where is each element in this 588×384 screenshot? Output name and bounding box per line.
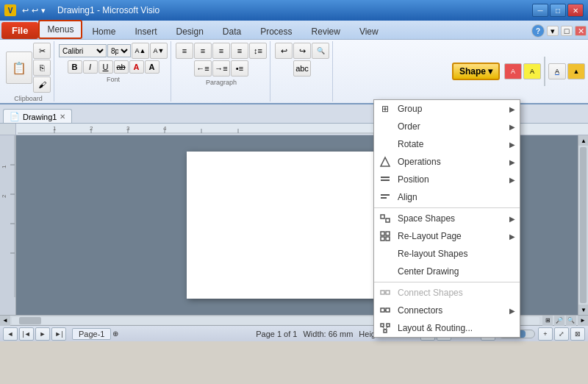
shape-menu-button[interactable]: Shape ▾ [452, 63, 500, 80]
title-bar-extra[interactable]: ▾ [41, 6, 46, 15]
copy-button[interactable]: ⎘ [33, 60, 51, 76]
prev-page-button[interactable]: ◄ [3, 327, 18, 341]
svg-text:1: 1 [53, 125, 57, 132]
italic-button[interactable]: I [83, 60, 98, 74]
font-color-button[interactable]: A [129, 60, 144, 74]
scroll-up-button[interactable]: ▲ [578, 135, 588, 146]
new-page-icon[interactable]: ⊕ [112, 330, 118, 338]
ribbon-close-icon[interactable]: ✕ [575, 26, 587, 36]
menu-item-position[interactable]: Position ▶ [374, 171, 520, 188]
bold-button[interactable]: B [68, 60, 82, 74]
tools-group: ↩ ↪ 🔍 abc [272, 41, 333, 102]
menu-item-space-shapes[interactable]: Space Shapes ▶ [374, 210, 520, 227]
increase-indent-button[interactable]: →≡ [212, 60, 230, 77]
zoom-fit-button[interactable]: ⤢ [554, 327, 569, 341]
menu-item-relayout-shapes[interactable]: Re-layout Shapes [374, 245, 520, 263]
next-page-button[interactable]: ► [35, 327, 50, 341]
title-bar-quick-save[interactable]: ↩ [22, 6, 29, 15]
line-color-button[interactable]: A [548, 63, 566, 79]
relayout-page-label: Re-Layout Page [398, 231, 462, 241]
rotate-label: Rotate [398, 139, 423, 149]
decrease-font-button[interactable]: A▼ [150, 43, 168, 59]
highlight-button[interactable]: A [145, 60, 159, 74]
scroll-icon1[interactable]: ⊞ [542, 316, 553, 326]
menu-item-connectors[interactable]: Connectors ▶ [374, 302, 520, 319]
align-left-button[interactable]: ≡ [176, 43, 193, 59]
help-icon[interactable]: ? [531, 24, 545, 38]
tab-home[interactable]: Home [82, 23, 125, 39]
fill-button[interactable]: ▲ [567, 63, 585, 79]
undo-button[interactable]: ↩ [275, 43, 293, 59]
ribbon-restore-icon[interactable]: □ [561, 26, 573, 36]
menu-item-rotate[interactable]: Rotate ▶ [374, 135, 520, 153]
shape-area: Shape ▾ [452, 41, 500, 102]
scroll-thumb[interactable] [580, 147, 587, 303]
justify-button[interactable]: ≡ [231, 43, 248, 59]
left-ruler: 1 2 [0, 135, 16, 315]
minimize-button[interactable]: ─ [532, 4, 548, 17]
last-page-button[interactable]: ►| [51, 327, 66, 341]
text-bg-button[interactable]: A [523, 63, 541, 79]
tab-review[interactable]: Review [302, 23, 350, 39]
paragraph-label: Paragraph [206, 79, 237, 86]
menu-item-operations[interactable]: Operations ▶ [374, 153, 520, 171]
scroll-left-button[interactable]: ◄ [0, 316, 10, 326]
font-select[interactable]: Calibri [59, 44, 107, 57]
size-select[interactable]: 8pt [107, 44, 131, 57]
menu-item-layout-routing[interactable]: Layout & Routing... [374, 319, 520, 337]
h-scroll-thumb[interactable] [19, 317, 41, 324]
line-spacing-button[interactable]: ↕≡ [249, 43, 267, 59]
menu-item-group[interactable]: ⊞ Group ▶ [374, 100, 520, 118]
align-right-button[interactable]: ≡ [212, 43, 230, 59]
clipboard-group: 📋 ✂ ⎘ 🖌 Clipboard [3, 41, 54, 102]
scroll-icon2[interactable]: 🔎 [554, 316, 564, 326]
find-button[interactable]: 🔍 [312, 43, 329, 59]
font-group: Calibri 8pt A▲ A▼ B I U ab A A Font [56, 41, 171, 102]
format-painter-button[interactable]: 🖌 [33, 77, 51, 93]
tab-insert[interactable]: Insert [125, 23, 166, 39]
title-text: Drawing1 - Microsoft Visio [57, 5, 159, 15]
align-center-button[interactable]: ≡ [194, 43, 212, 59]
width-info: Width: 66 mm [303, 330, 353, 338]
menu-item-relayout-page[interactable]: Re-Layout Page ▶ [374, 227, 520, 245]
font-color-side-button[interactable]: A [504, 63, 522, 79]
shape-dropdown-menu: ⊞ Group ▶ Order ▶ Rotate ▶ Operations ▶ … [373, 99, 520, 338]
tab-data[interactable]: Data [213, 23, 251, 39]
first-page-button[interactable]: |◄ [19, 327, 34, 341]
restore-button[interactable]: □ [550, 4, 566, 17]
doc-tab-drawing1[interactable]: 📄 Drawing1 ✕ [3, 109, 72, 123]
page-name: Page-1 [79, 330, 104, 338]
bullets-button[interactable]: •≡ [231, 60, 248, 77]
increase-font-button[interactable]: A▲ [132, 43, 149, 59]
spelling-button[interactable]: abc [293, 60, 311, 77]
tab-process[interactable]: Process [251, 23, 301, 39]
svg-rect-30 [386, 291, 390, 294]
svg-rect-25 [381, 232, 384, 235]
tab-design[interactable]: Design [166, 23, 212, 39]
zoom-in-button[interactable]: + [538, 327, 553, 341]
menus-tab[interactable]: Menus [38, 20, 82, 39]
menu-item-order[interactable]: Order ▶ [374, 118, 520, 135]
decrease-indent-button[interactable]: ←≡ [194, 60, 212, 77]
connectors-icon [379, 304, 392, 317]
menu-item-align[interactable]: Align [374, 188, 520, 206]
close-button[interactable]: ✕ [567, 4, 584, 17]
group-arrow: ▶ [509, 105, 515, 113]
ribbon-minimize-icon[interactable]: ▾ [547, 26, 559, 36]
paste-button[interactable]: 📋 [6, 51, 32, 84]
strikethrough-button[interactable]: ab [114, 60, 129, 74]
cut-button[interactable]: ✂ [33, 43, 51, 59]
file-tab[interactable]: File [1, 22, 38, 39]
menu-item-center-drawing[interactable]: Center Drawing [374, 263, 520, 280]
full-screen-button[interactable]: ⊠ [570, 327, 585, 341]
scroll-down-button[interactable]: ▼ [578, 305, 588, 315]
redo-button[interactable]: ↪ [293, 43, 311, 59]
title-bar-undo[interactable]: ↩ [32, 6, 38, 15]
tab-view[interactable]: View [350, 23, 388, 39]
underline-button[interactable]: U [98, 60, 113, 74]
scroll-right-button[interactable]: ► [578, 316, 588, 326]
page-tab[interactable]: Page-1 [72, 328, 111, 340]
doc-tab-close-button[interactable]: ✕ [60, 113, 65, 121]
right-group: A A A ▲ [501, 41, 585, 102]
scroll-icon3[interactable]: 🔍 [566, 316, 576, 326]
